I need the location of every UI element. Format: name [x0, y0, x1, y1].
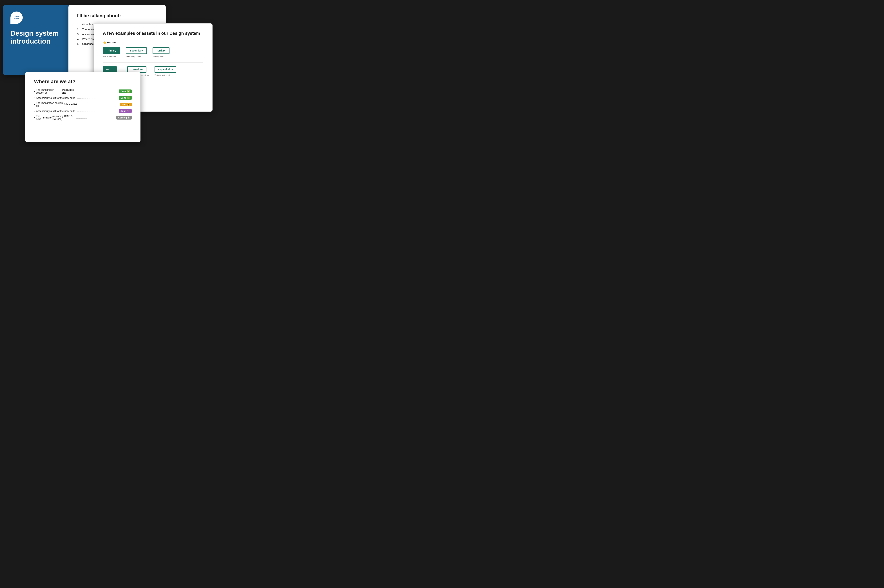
list-num: 1.: [77, 23, 81, 26]
next-button[interactable]: Next ›: [103, 66, 117, 73]
bullet-1: •: [34, 90, 35, 93]
expand-button-label: Expand all: [158, 68, 170, 71]
expand-button-icon: +: [171, 68, 173, 71]
badge-done-1: Done ✅: [119, 90, 132, 93]
previous-button-icon: ‹: [131, 68, 132, 71]
btn-group-expand: Expand all + Tertiary button + icon: [155, 66, 176, 76]
status-row-1: • The immigration section on the public …: [34, 88, 132, 94]
secondary-button-label: Secondary button: [126, 55, 141, 57]
next-button-label: Next: [106, 68, 111, 71]
btn-group-secondary: Secondary Secondary button: [126, 47, 147, 57]
status-row-2: • Accessibility audit for the new build …: [34, 96, 132, 100]
primary-button[interactable]: Primary: [103, 47, 120, 54]
previous-button[interactable]: ‹ Previous: [128, 66, 146, 73]
status-text-4: Accessibility audit for the new build: [36, 110, 77, 112]
button-section-icon: 👆: [103, 41, 106, 44]
next-button-icon: ›: [113, 68, 114, 71]
slide-2-title: I'll be talking about:: [77, 13, 157, 18]
primary-button-label: Primary button: [103, 55, 116, 57]
status-text-1: The immigration section on the public si…: [36, 88, 76, 94]
tertiary-button-label: Tertiary button: [153, 55, 165, 57]
expand-button-sublabel: Tertiary button + icon: [155, 74, 173, 76]
buttons-row-1: Primary Primary button Secondary Seconda…: [103, 47, 203, 57]
status-row-3: • The immigration section on AdviserNet …: [34, 102, 132, 107]
dots-5: ...........: [76, 116, 115, 119]
status-text-3: The immigration section on AdviserNet: [36, 102, 77, 107]
previous-button-label: Previous: [132, 68, 143, 71]
logo-text-advice: advice: [14, 18, 19, 20]
dots-2: .....................: [77, 96, 117, 99]
expand-button[interactable]: Expand all +: [155, 66, 176, 73]
dots-4: .....................: [77, 110, 118, 112]
list-num: 4.: [77, 38, 81, 40]
status-text-2: Accessibility audit for the new build: [36, 96, 76, 99]
citizens-advice-logo: citizens advice: [11, 12, 23, 24]
list-num: 5.: [77, 42, 81, 45]
button-section-label: 👆 Button: [103, 41, 203, 44]
badge-wip: WIP ⚠️: [120, 103, 132, 106]
list-num: 3.: [77, 33, 81, 36]
bullet-3: •: [34, 103, 35, 106]
btn-group-primary: Primary Primary button: [103, 47, 120, 57]
status-row-4: • Accessibility audit for the new build …: [34, 109, 132, 113]
btn-group-tertiary: Tertiary Tertiary button: [153, 47, 170, 57]
dots-1: .............: [77, 90, 117, 93]
slide-4: Where are we at? • The immigration secti…: [25, 72, 141, 142]
tertiary-button[interactable]: Tertiary: [153, 47, 170, 54]
button-section-text: Button: [107, 41, 116, 44]
badge-soon: Soon 🪄: [119, 109, 132, 113]
bullet-5: •: [34, 116, 35, 119]
secondary-button[interactable]: Secondary: [126, 47, 147, 54]
status-row-5: • The new Intranet (replacing BMIS & CAB…: [34, 115, 132, 120]
badge-done-2: Done ✅: [119, 96, 132, 100]
bullet-2: •: [34, 96, 35, 99]
slide-3-title: A few examples of assets in our Design s…: [103, 31, 203, 36]
list-num: 2.: [77, 28, 81, 31]
slide-4-title: Where are we at?: [34, 79, 132, 84]
badge-coming: Coming 🗓: [116, 116, 132, 120]
dots-3: ...............: [78, 103, 119, 106]
status-text-5: The new Intranet (replacing BMIS & CABli…: [36, 115, 75, 120]
bullet-4: •: [34, 110, 35, 112]
